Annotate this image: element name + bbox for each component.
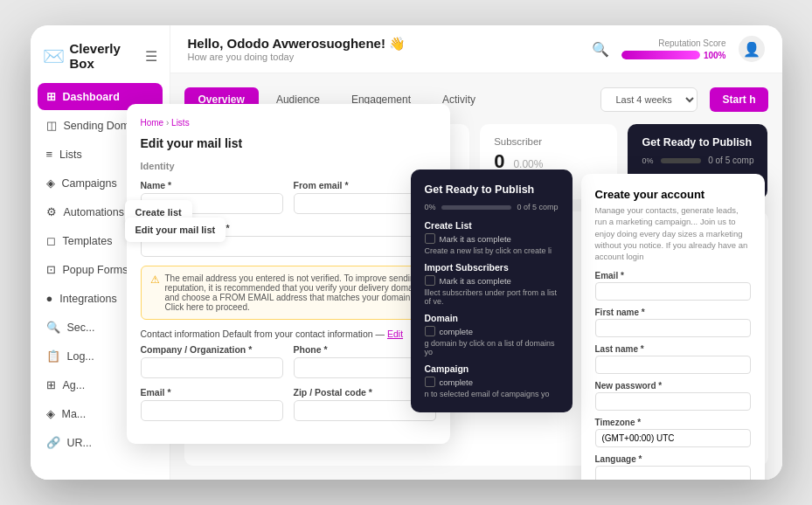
pub-step-2-title: Import Subscribers xyxy=(425,262,559,273)
stat-label-subscriber: Subscriber xyxy=(494,136,603,147)
breadcrumb-lists[interactable]: Lists xyxy=(171,118,190,128)
pub-step-1-title: Create List xyxy=(425,220,559,231)
account-title: Create your account xyxy=(595,188,751,201)
acc-timezone-input[interactable] xyxy=(595,429,751,447)
progress-start: 0% xyxy=(642,156,653,165)
period-select[interactable]: Last 4 weeks xyxy=(600,87,697,112)
greeting-area: Hello, Ododo Avwerosuoghene! 👋 How are y… xyxy=(188,36,578,62)
acc-firstname-input[interactable] xyxy=(595,319,751,337)
sidebar-item-label: Automations xyxy=(64,206,124,218)
contact-info-label: Contact information Default from your co… xyxy=(141,329,436,339)
sidebar-item-label: Dashboard xyxy=(63,91,120,103)
log-icon: 📋 xyxy=(46,349,60,363)
publish-panel-title: Get Ready to Publish xyxy=(425,183,559,196)
acc-form-group-lastname: Last name * xyxy=(595,344,751,374)
breadcrumb-home[interactable]: Home xyxy=(141,118,164,128)
pub-progress-end: 0 of 5 comp xyxy=(517,203,558,211)
pub-step-3-checkbox[interactable] xyxy=(425,326,435,336)
acc-password-input[interactable] xyxy=(595,392,751,411)
progress-bar-bg xyxy=(661,158,702,163)
edit-mail-list-panel: Home › Lists Edit your mail list Identit… xyxy=(127,104,450,444)
reputation-score: Reputation Score 100% xyxy=(621,38,726,60)
start-button[interactable]: Start h xyxy=(710,87,767,112)
pub-bar-bg xyxy=(441,205,512,210)
pub-step-1-checkbox[interactable] xyxy=(425,233,435,244)
sidebar-item-label: Popup Forms xyxy=(63,264,128,276)
header-actions: 🔍 Reputation Score 100% 👤 xyxy=(592,36,765,62)
publish-panel: Get Ready to Publish 0% 0 of 5 comp Crea… xyxy=(411,169,573,412)
greeting-subtext: How are you doing today xyxy=(188,52,578,62)
acc-password-label: New password * xyxy=(595,381,751,391)
campaigns-icon: ◈ xyxy=(46,176,55,190)
form-row-email-zip: Email * Zip / Postal code * xyxy=(141,387,436,421)
rep-percent: 100% xyxy=(704,51,726,60)
company-input[interactable] xyxy=(141,357,283,378)
acc-language-label: Language * xyxy=(595,454,751,464)
email-input[interactable] xyxy=(141,400,283,421)
pub-step-1-check-row: Mark it as complete xyxy=(425,233,559,244)
acc-email-label: Email * xyxy=(595,271,751,280)
email-label: Email * xyxy=(141,387,283,398)
pub-step-3: Domain complete g domain by click on a l… xyxy=(425,313,559,356)
account-desc: Manage your contacts, generate leads, ru… xyxy=(595,204,751,262)
pub-step-4-checkbox[interactable] xyxy=(425,377,435,387)
progress-bar-area: 0% 0 of 5 comp xyxy=(642,156,753,165)
pub-step-3-desc: g domain by click on a list of domains y… xyxy=(425,339,559,356)
warning-icon: ⚠ xyxy=(150,273,160,312)
company-label: Company / Organization * xyxy=(141,344,283,355)
lists-icon: ≡ xyxy=(46,148,53,161)
pub-step-4-title: Campaign xyxy=(425,363,559,374)
sec-icon: 🔍 xyxy=(46,321,60,334)
search-icon[interactable]: 🔍 xyxy=(592,41,609,58)
acc-lastname-input[interactable] xyxy=(595,356,751,374)
logo-text: Cleverly Box xyxy=(70,41,140,71)
sidebar-item-label: Sec... xyxy=(67,322,95,334)
identity-label: Identity xyxy=(141,161,436,171)
stat-percent-subscriber: 0.00% xyxy=(513,158,543,170)
acc-form-group-language: Language * xyxy=(595,454,751,480)
sidebar-item-label: Ag... xyxy=(63,379,86,391)
rep-bar-fill xyxy=(621,51,700,59)
ma-icon: ◈ xyxy=(46,407,55,420)
sidebar-item-label: UR... xyxy=(67,437,92,449)
pub-progress-start: 0% xyxy=(425,203,436,211)
sidebar-item-label: Lists xyxy=(59,149,82,161)
acc-form-group-email: Email * xyxy=(595,271,751,301)
acc-timezone-label: Timezone * xyxy=(595,418,751,427)
warning-box: ⚠ The email address you entered is not v… xyxy=(141,266,436,320)
form-group-company: Company / Organization * xyxy=(141,344,283,378)
popup-forms-icon: ⊡ xyxy=(46,263,56,276)
pub-step-3-title: Domain xyxy=(425,313,559,323)
sidebar-item-label: Integrations xyxy=(59,293,116,305)
pub-step-2-checkbox[interactable] xyxy=(425,275,435,286)
panel-title: Edit your mail list xyxy=(141,136,436,150)
pub-step-2-desc: lllect subscribers under port from a lis… xyxy=(425,288,559,306)
automations-icon: ⚙ xyxy=(46,205,57,218)
acc-language-input[interactable] xyxy=(595,466,751,480)
pub-step-1-check-label: Mark it as complete xyxy=(440,234,511,244)
acc-email-input[interactable] xyxy=(595,282,751,301)
hamburger-icon[interactable]: ☰ xyxy=(145,48,157,65)
create-account-panel: Create your account Manage your contacts… xyxy=(581,174,765,480)
name-label: Name * xyxy=(141,180,283,190)
pub-step-1-desc: Create a new list by click on create li xyxy=(425,246,559,255)
form-row-company-phone: Company / Organization * Phone * xyxy=(141,344,436,378)
context-menu-edit-list[interactable]: Edit your mail list xyxy=(125,218,226,242)
pub-step-4-check-label: complete xyxy=(440,377,474,387)
form-group-email: Email * xyxy=(141,387,283,421)
ag-icon: ⊞ xyxy=(46,378,56,391)
edit-link[interactable]: Edit xyxy=(387,329,403,339)
get-ready-title: Get Ready to Publish xyxy=(642,136,753,149)
acc-lastname-label: Last name * xyxy=(595,344,751,354)
header: Hello, Ododo Avwerosuoghene! 👋 How are y… xyxy=(170,25,782,73)
sidebar-item-label: Log... xyxy=(67,350,94,363)
pub-step-1: Create List Mark it as complete Create a… xyxy=(425,220,559,255)
pub-step-2-check-label: Mark it as complete xyxy=(440,276,511,286)
templates-icon: ◻ xyxy=(46,234,56,247)
pub-step-3-check-row: complete xyxy=(425,326,559,336)
pub-step-4: Campaign complete n to selected email of… xyxy=(425,363,559,398)
sidebar-item-label: Ma... xyxy=(62,408,87,420)
breadcrumb: Home › Lists xyxy=(141,118,436,128)
dashboard-icon: ⊞ xyxy=(46,90,56,103)
avatar[interactable]: 👤 xyxy=(739,36,765,62)
